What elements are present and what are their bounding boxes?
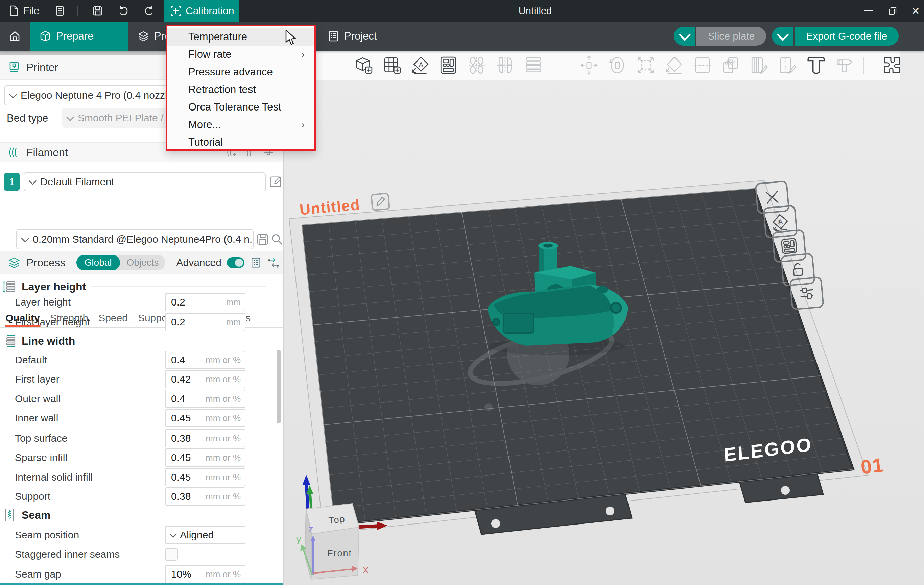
prepare-icon: [39, 30, 51, 42]
search-preset-button[interactable]: [270, 231, 284, 247]
process-preset-select[interactable]: 0.20mm Standard @Elegoo Neptune4Pro (0.4…: [16, 229, 254, 249]
menu-item-more[interactable]: More...›: [167, 116, 314, 133]
toolbar-divider: [77, 6, 78, 16]
process-section-header: Process Global Objects Advanced AB: [0, 251, 283, 274]
setting-row: Seam position Aligned: [0, 526, 284, 544]
undo-icon: [118, 5, 129, 16]
compare-presets-icon[interactable]: AB: [267, 255, 280, 270]
line-width-icon: [2, 334, 17, 348]
menu-item-pressure-advance[interactable]: Pressure advance: [167, 63, 314, 81]
save-preset-button[interactable]: [256, 231, 270, 247]
home-icon: [9, 30, 21, 42]
advanced-label: Advanced: [176, 257, 221, 269]
first-layer-height-input[interactable]: 0.2mm: [165, 313, 246, 331]
svg-text:B: B: [277, 265, 280, 269]
preview-icon: [137, 30, 149, 42]
line-width-sparse-infill-input[interactable]: 0.45mm or %: [165, 448, 246, 467]
notes-button[interactable]: [54, 0, 66, 21]
delete-plate-icon: [762, 187, 783, 208]
setting-row: First layer 0.42mm or %: [0, 370, 284, 388]
axis-x-label: x: [363, 564, 368, 575]
printer-icon: [7, 61, 21, 74]
edit-pencil-icon: [269, 173, 283, 190]
setting-row: Outer wall 0.4mm or %: [0, 390, 284, 408]
axis-y-label: y: [296, 533, 301, 545]
file-label: File: [23, 5, 39, 16]
menu-item-flow-rate[interactable]: Flow rate›: [167, 46, 314, 63]
advanced-toggle[interactable]: [227, 257, 244, 268]
line-width-top-surface-input[interactable]: 0.38mm or %: [165, 429, 246, 447]
staggered-inner-seams-checkbox[interactable]: [165, 548, 178, 561]
cube-top-label[interactable]: Top: [328, 514, 346, 526]
lock-open-icon: [787, 259, 809, 280]
line-width-default-input[interactable]: 0.4mm or %: [165, 351, 246, 369]
filament-index-badge[interactable]: 1: [4, 173, 20, 191]
chevron-down-icon: [678, 29, 690, 41]
line-width-internal-solid-input[interactable]: 0.45mm or %: [165, 468, 246, 486]
undo-button[interactable]: [118, 0, 129, 21]
setting-row: Staggered inner seams: [0, 545, 284, 564]
slice-plate-group: Slice plate: [674, 27, 766, 46]
file-menu[interactable]: File: [8, 0, 39, 21]
maximize-button[interactable]: [883, 0, 902, 21]
setting-row: Layer height 0.2mm: [0, 293, 284, 311]
line-width-inner-wall-input[interactable]: 0.45mm or %: [165, 409, 246, 427]
plate-settings-button[interactable]: [789, 277, 824, 310]
save-button[interactable]: [92, 0, 104, 21]
viewport-3d[interactable]: A: [284, 51, 924, 585]
seam-position-select[interactable]: Aligned: [165, 526, 246, 544]
edit-filament-button[interactable]: [269, 173, 283, 190]
tab-prepare[interactable]: Prepare: [30, 21, 129, 51]
svg-text:A: A: [268, 258, 271, 263]
setting-row: Default 0.4mm or %: [0, 351, 284, 369]
line-width-outer-wall-input[interactable]: 0.4mm or %: [165, 390, 246, 408]
layer-height-icon: [2, 279, 17, 294]
chevron-down-icon: [21, 234, 29, 242]
workspace-bar: Prepare Preview Project Slice plate Expo…: [0, 21, 924, 51]
menu-item-tutorial[interactable]: Tutorial: [167, 133, 314, 151]
redo-button[interactable]: [144, 0, 155, 21]
chevron-down-icon: [9, 90, 17, 98]
elegoo-slicer-window: { "titlebar": { "file_label": "File", "c…: [0, 0, 924, 585]
seam-gap-input[interactable]: 10%mm or %: [165, 565, 246, 583]
line-width-first-layer-input[interactable]: 0.42mm or %: [165, 370, 246, 388]
submenu-arrow-icon: ›: [301, 116, 305, 133]
menu-item-retraction-test[interactable]: Retraction test: [167, 81, 314, 98]
nav-cube[interactable]: [300, 504, 359, 579]
close-button[interactable]: ✕: [906, 0, 924, 21]
menu-item-orca-tolerance-test[interactable]: Orca Tolerance Test: [167, 98, 314, 116]
export-gcode-button[interactable]: Export G-code file: [795, 27, 899, 46]
scope-global[interactable]: Global: [76, 255, 120, 270]
sidebar-scrollbar[interactable]: [277, 350, 281, 424]
save-icon: [92, 5, 104, 16]
sidebar-bottom-accent: [0, 583, 283, 585]
tab-project[interactable]: Project: [318, 21, 386, 51]
slice-options-button[interactable]: [674, 27, 695, 46]
chevron-down-icon: [777, 29, 789, 41]
seam-icon: [2, 508, 17, 522]
arrange-icon: [779, 236, 800, 257]
minimize-button[interactable]: [859, 0, 878, 21]
chevron-down-icon: [28, 177, 36, 185]
plate-number: 01: [860, 453, 885, 478]
export-options-button[interactable]: [772, 27, 794, 46]
calibration-menu-button[interactable]: Calibration: [164, 0, 239, 21]
build-plate-scene[interactable]: [284, 51, 924, 585]
home-button[interactable]: [0, 21, 30, 51]
edit-pencil-icon: [374, 196, 387, 208]
line-width-support-input[interactable]: 0.38mm or %: [165, 487, 246, 506]
filament-preset-select[interactable]: Default Filament: [24, 172, 266, 191]
process-scope-switch[interactable]: Global Objects: [76, 255, 166, 270]
filament-icon: [7, 146, 21, 159]
rename-plate-button[interactable]: [371, 193, 390, 211]
restore-icon: [888, 7, 897, 15]
save-preset-icon: [256, 231, 270, 247]
layer-height-input[interactable]: 0.2mm: [165, 293, 246, 311]
slice-plate-button[interactable]: Slice plate: [696, 27, 766, 46]
scope-objects[interactable]: Objects: [120, 257, 166, 268]
notes-icon: [54, 5, 66, 16]
process-icon: [7, 256, 21, 269]
submenu-arrow-icon: ›: [301, 46, 305, 63]
cube-front-label[interactable]: Front: [327, 548, 352, 559]
parameter-table-icon[interactable]: [250, 256, 262, 269]
